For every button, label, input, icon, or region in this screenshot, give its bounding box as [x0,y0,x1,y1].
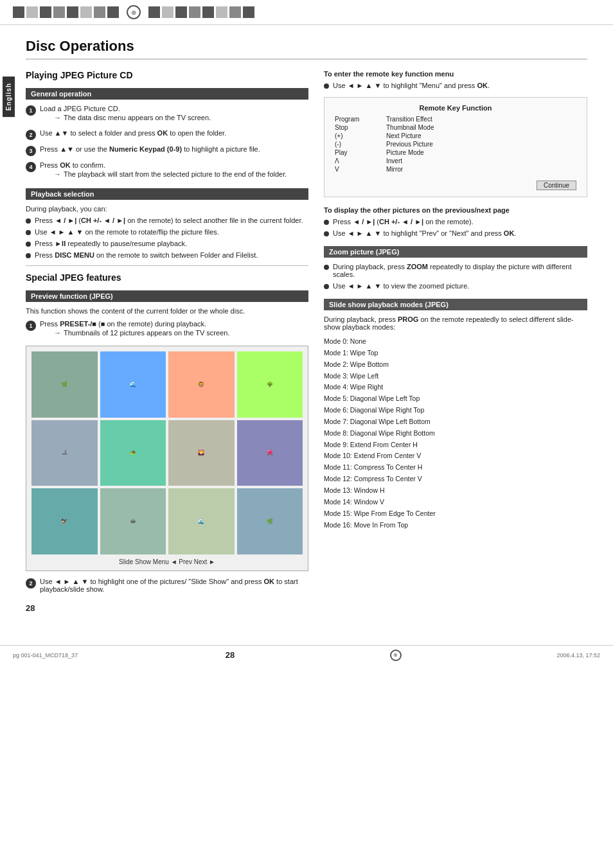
playback-bullet-2-text: Use ◄ ► ▲ ▼ on the remote to rotate/flip… [35,228,219,236]
prev-next-dot-2 [324,231,329,236]
step-4-number: 4 [26,162,36,172]
right-column: To enter the remote key function menu Us… [324,70,587,613]
mode-10: Mode 10: Extend From Center V [324,450,587,462]
zoom-dot-2 [324,284,329,289]
thumb-5: 🏞 [31,420,98,486]
playback-intro: During playback, you can: [26,205,308,213]
mode-5: Mode 5: Diagonal Wipe Left Top [324,393,587,405]
preview-step-2: 2 Use ◄ ► ▲ ▼ to highlight one of the pi… [26,578,308,593]
sq8 [107,6,119,18]
sq16 [243,6,254,18]
remote-key-up: Λ [335,157,373,164]
footer-bar: pg 001-041_MCD718_37 28 ⊕ 2006.4.13, 17:… [0,645,613,665]
sq10 [162,6,173,18]
thumb-7: 🌄 [168,420,235,486]
preview-arrow-text: Thumbnails of 12 pictures appears on the… [64,329,229,337]
remote-key-down: V [335,166,373,173]
remote-bullet: Use ◄ ► ▲ ▼ to highlight "Menu" and pres… [324,82,587,89]
thumbnail-grid: 🌿 🌊 🦁 🌳 🏞 🐢 🌄 🌺 🦅 🏔 🌊 🌿 [31,351,303,554]
step-3: 3 Press ▲▼ or use the Numeric Keypad (0-… [26,145,308,156]
playback-bullet-3: Press ►II repeatedly to pause/resume pla… [26,240,308,247]
modes-list: Mode 0: None Mode 1: Wipe Top Mode 2: Wi… [324,336,587,531]
playback-selection-header: Playback selection [26,188,308,200]
step-3-text: Press ▲▼ or use the Numeric Keypad (0-9)… [40,145,260,153]
prev-next-bullet-1: Press ◄ / ►| (CH +/- ◄ / ►| on the remot… [324,218,587,226]
thumb-9: 🦅 [31,488,98,554]
thumb-6: 🐢 [100,420,166,486]
preview-function-header: Preview function (JPEG) [26,290,308,302]
zoom-bullet-2: Use ◄ ► ▲ ▼ to view the zoomed picture. [324,282,587,290]
mode-16: Mode 16: Move In From Top [324,520,587,531]
step-3-number: 3 [26,146,36,156]
thumbnail-area: 🌿 🌊 🦁 🌳 🏞 🐢 🌄 🌺 🦅 🏔 🌊 🌿 Slide Show Menu … [26,346,308,571]
prev-next-bullet-2: Use ◄ ► ▲ ▼ to highlight "Prev" or "Next… [324,229,587,237]
remote-key-minus: (-) [335,141,373,148]
special-jpeg-title: Special JPEG features [26,272,308,283]
playback-bullet-4: Press DISC MENU on the remote to switch … [26,251,308,259]
step-4-content: Press OK to confirm. → The playback will… [40,161,308,181]
language-tab: English [3,76,15,117]
header-compass: ⊕ [127,5,141,19]
sq3 [40,6,51,18]
step-3-content: Press ▲▼ or use the Numeric Keypad (0-9)… [40,145,308,153]
remote-bullet-dot [324,84,329,89]
step-2-content: Use ▲▼ to select a folder and press OK t… [40,129,308,137]
header-bar: ⊕ [0,0,613,25]
preview-step-1-number: 1 [26,321,36,331]
zoom-text-2: Use ◄ ► ▲ ▼ to view the zoomed picture. [333,282,469,290]
remote-val-minus: Previous Picture [386,141,433,148]
preview-step-1-content: Press PRESET-/■ (■ on the remote) during… [40,320,308,339]
mode-15: Mode 15: Wipe From Edge To Center [324,508,587,520]
remote-row-down: V Mirror [335,166,576,173]
sq15 [229,6,241,18]
bullet-3-dot [26,242,31,247]
step-2-text: Use ▲▼ to select a folder and press OK t… [40,129,226,137]
remote-val-play: Picture Mode [386,149,424,156]
preview-text: This function shows the content of the c… [26,307,308,315]
page-number: 28 [26,603,308,613]
section-separator [26,265,308,266]
prev-next-text-1: Press ◄ / ►| (CH +/- ◄ / ►| on the remot… [333,218,474,226]
sq5 [67,6,78,18]
zoom-dot-1 [324,265,329,270]
playback-bullet-1-text: Press ◄ / ►| (CH +/- ◄ / ►| on the remot… [35,217,303,224]
mode-9: Mode 9: Extend From Center H [324,439,587,451]
step-2-number: 2 [26,130,36,140]
header-pattern-right [148,6,254,18]
bullet-2-dot [26,230,31,235]
step-1-arrow: → The data disc menu appears on the TV s… [54,114,308,121]
sq7 [94,6,105,18]
remote-row-stop: Stop Thumbnail Mode [335,124,576,131]
step-4: 4 Press OK to confirm. → The playback wi… [26,161,308,181]
remote-row-minus: (-) Previous Picture [335,141,576,148]
preview-step-2-content: Use ◄ ► ▲ ▼ to highlight one of the pict… [40,578,308,593]
slideshow-header: Slide show playback modes (JPEG) [324,299,587,310]
general-operation-header: General operation [26,88,308,100]
remote-val-up: Invert [386,157,402,164]
sq4 [53,6,65,18]
remote-val-plus: Next Picture [386,132,421,139]
left-column: English Playing JPEG Picture CD General … [26,70,308,613]
prev-next-text-2: Use ◄ ► ▲ ▼ to highlight "Prev" or "Next… [333,229,516,237]
footer-left: pg 001-041_MCD718_37 [13,652,78,659]
footer-right: 2006.4.13, 17:52 [556,652,600,659]
thumb-2: 🌊 [100,351,166,418]
prev-next-title: To display the other pictures on the pre… [324,206,587,214]
preview-step-1-text: Press PRESET-/■ (■ on the remote) during… [40,320,206,328]
playback-bullet-1: Press ◄ / ►| (CH +/- ◄ / ►| on the remot… [26,217,308,224]
mode-8: Mode 8: Diagonal Wipe Right Bottom [324,428,587,439]
thumb-11: 🌊 [168,488,235,554]
remote-key-stop: Stop [335,124,373,131]
mode-11: Mode 11: Compress To Center H [324,462,587,474]
preview-step-1-arrow: → Thumbnails of 12 pictures appears on t… [54,329,308,337]
remote-table-title: Remote Key Function [335,104,576,112]
playback-bullet-2: Use ◄ ► ▲ ▼ on the remote to rotate/flip… [26,228,308,236]
remote-key-program: Program [335,116,373,123]
continue-button[interactable]: Continue [537,181,576,190]
playback-bullet-3-text: Press ►II repeatedly to pause/resume pla… [35,240,187,247]
step-1-text: Load a JPEG Picture CD. [40,105,120,112]
prev-next-dot-1 [324,220,329,225]
page-title: Disc Operations [26,38,587,60]
remote-section-title: To enter the remote key function menu [324,70,587,78]
thumb-1: 🌿 [31,351,98,418]
